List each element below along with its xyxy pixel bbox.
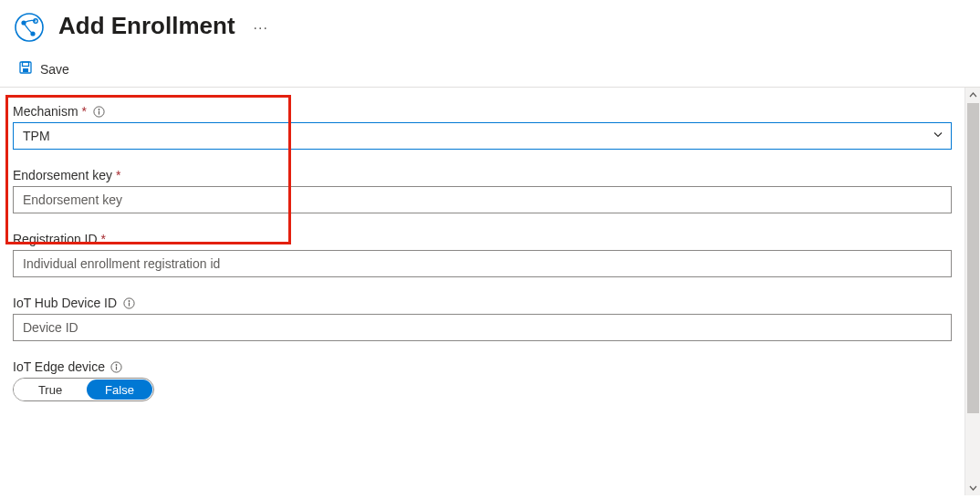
svg-point-8: [98, 109, 99, 110]
mechanism-label: Mechanism: [13, 104, 78, 119]
info-icon[interactable]: [122, 296, 135, 309]
field-iot-edge: IoT Edge device True False: [13, 359, 952, 401]
edge-toggle-false[interactable]: False: [87, 379, 152, 400]
scroll-thumb[interactable]: [967, 103, 979, 413]
svg-rect-6: [23, 68, 28, 72]
mechanism-select-value: TPM: [23, 129, 50, 143]
scroll-up-arrow[interactable]: [965, 88, 980, 103]
svg-rect-15: [116, 366, 117, 369]
registration-id-input[interactable]: [13, 250, 952, 277]
field-endorsement-key: Endorsement key *: [13, 168, 952, 213]
required-marker: *: [101, 232, 106, 246]
form-content: Mechanism * TPM En: [0, 88, 964, 495]
deviceid-label: IoT Hub Device ID: [13, 296, 117, 310]
endorsement-key-input[interactable]: [13, 186, 952, 213]
field-registration-id: Registration ID *: [13, 232, 952, 277]
registration-label: Registration ID: [13, 232, 98, 246]
info-icon[interactable]: [110, 360, 123, 373]
svg-rect-9: [98, 110, 99, 114]
svg-point-14: [116, 364, 118, 366]
svg-point-11: [128, 300, 130, 302]
save-button[interactable]: Save: [18, 60, 69, 78]
scroll-down-arrow[interactable]: [965, 480, 980, 495]
mechanism-select[interactable]: TPM: [13, 122, 952, 150]
required-marker: *: [82, 104, 87, 119]
required-marker: *: [116, 168, 120, 182]
resource-icon: [13, 11, 46, 44]
command-bar: Save: [0, 44, 980, 88]
vertical-scrollbar[interactable]: [964, 88, 980, 495]
edge-label: IoT Edge device: [13, 359, 105, 374]
page-header: Add Enrollment ···: [0, 0, 980, 44]
field-mechanism: Mechanism * TPM: [13, 104, 952, 150]
device-id-input[interactable]: [13, 314, 952, 341]
more-actions-button[interactable]: ···: [248, 20, 268, 36]
field-device-id: IoT Hub Device ID: [13, 296, 952, 341]
svg-rect-5: [23, 62, 29, 67]
edge-toggle: True False: [13, 378, 154, 401]
svg-point-0: [16, 14, 43, 41]
page-title: Add Enrollment: [58, 12, 235, 40]
edge-toggle-true[interactable]: True: [14, 379, 87, 400]
save-button-label: Save: [40, 62, 69, 77]
svg-rect-12: [129, 302, 130, 306]
endorsement-label: Endorsement key: [13, 168, 112, 182]
info-icon[interactable]: [92, 105, 105, 118]
save-icon: [18, 60, 33, 78]
